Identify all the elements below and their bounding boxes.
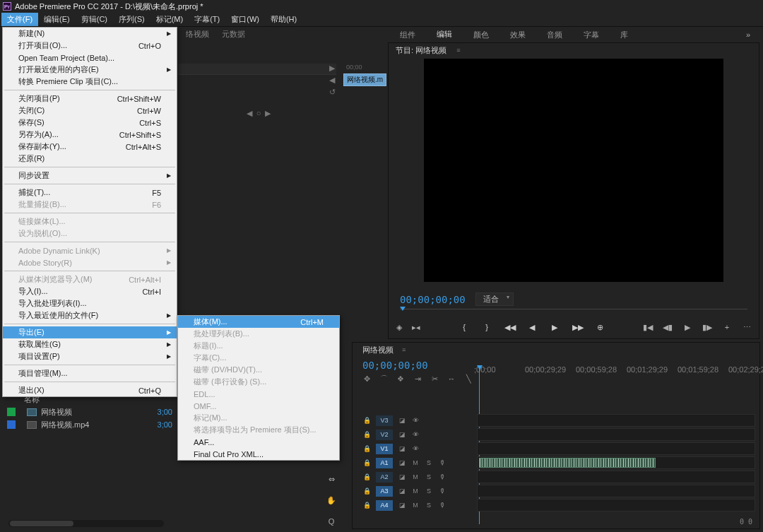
menu-item[interactable]: 导入(I)...Ctrl+I [3,285,177,297]
tl-tool-3-icon[interactable]: ⇥ [413,374,422,384]
transport-5-icon[interactable]: ▶▶ [572,323,582,332]
menu-item[interactable]: 转换 Premiere Clip 项目(C)... [3,76,177,88]
sync-lock-icon[interactable]: ◪ [398,416,406,425]
track-lane[interactable] [477,485,755,497]
eye-icon[interactable]: 👁 [411,430,420,439]
timeline-title[interactable]: 网络视频 [362,343,394,357]
file-menu-dropdown[interactable]: 新建(N)▶打开项目(O)...Ctrl+OOpen Team Project … [2,27,177,397]
tab-metadata[interactable]: 元数据 [222,27,245,42]
next-key-icon[interactable]: ▶ [265,109,271,118]
menu-item[interactable]: 同步设置▶ [3,170,177,182]
menu-item[interactable]: 还原(R) [3,153,177,165]
audio-track[interactable]: 🔒A1◪MS🎙 [362,456,755,470]
track-label[interactable]: A1 [376,458,393,468]
voice-icon[interactable]: 🎙 [438,459,446,467]
menu-item[interactable]: 打开项目(O)...Ctrl+O [3,40,177,52]
track-lane[interactable] [477,456,755,469]
lock-icon[interactable]: 🔒 [362,473,371,481]
workspace-tab[interactable]: 编辑 [427,26,462,44]
timeline-ruler[interactable]: ;00;0000;00;29;2900;00;59;2800;01;29;290… [474,362,755,377]
mute-icon[interactable]: M [411,501,420,509]
transport-4-icon[interactable]: ▶ [550,323,560,332]
menu-item[interactable]: 另存为(A)...Ctrl+Shift+S [3,129,177,141]
menu-1[interactable]: 编辑(E) [38,13,76,26]
transport-right-4-icon[interactable]: + [722,323,732,332]
program-title[interactable]: 节目: 网络视频 [396,43,446,58]
menu-5[interactable]: 字幕(T) [189,13,225,26]
sync-lock-icon[interactable]: ◪ [398,473,406,481]
tool-3-icon[interactable]: ⇔ [326,473,337,485]
menu-item[interactable]: 新建(N)▶ [3,28,177,40]
lock-icon[interactable]: 🔒 [362,444,371,453]
menu-0[interactable]: 文件(F) [1,13,38,26]
menu-item[interactable]: 导出(E)▶ [3,326,177,338]
menu-item[interactable]: 退出(X)Ctrl+Q [3,384,177,396]
lock-icon[interactable]: 🔒 [362,501,371,509]
project-scroll-thumb[interactable] [10,521,73,526]
tl-tool-2-icon[interactable]: ❖ [396,374,405,384]
solo-icon[interactable]: S [425,501,433,509]
transport-left-1-icon[interactable]: ▸◂ [411,323,421,332]
video-track[interactable]: 🔒V1◪👁 [362,442,755,456]
transport-1-icon[interactable]: } [482,323,492,332]
tl-tool-4-icon[interactable]: ✂ [430,374,439,384]
menu-6[interactable]: 窗口(W) [225,13,265,26]
program-timecode[interactable]: 00;00;00;00 [400,294,466,305]
menu-item[interactable]: 项目管理(M)... [3,367,177,379]
sync-lock-icon[interactable]: ◪ [398,501,406,509]
workspace-tab[interactable]: 组件 [390,27,425,43]
voice-icon[interactable]: 🎙 [438,501,446,509]
menu-2[interactable]: 剪辑(C) [76,13,113,26]
nav-loop-icon[interactable]: ↺ [329,88,336,97]
menu-item[interactable]: 保存副本(Y)...Ctrl+Alt+S [3,141,177,153]
menu-item[interactable]: 捕捉(T)...F5 [3,187,177,199]
voice-icon[interactable]: 🎙 [438,473,446,481]
menu-item[interactable]: 导入最近使用的文件(F)▶ [3,309,177,321]
menu-item[interactable]: 获取属性(G)▶ [3,338,177,350]
solo-icon[interactable]: S [425,487,433,495]
zoom-fit-select[interactable]: 适合 [475,292,514,306]
solo-icon[interactable]: S [425,459,433,467]
transport-2-icon[interactable]: ◀◀ [504,323,514,332]
track-label[interactable]: V1 [376,444,393,454]
audio-track[interactable]: 🔒A4◪MS🎙 [362,498,755,512]
menu-4[interactable]: 标记(M) [150,13,189,26]
menu-item[interactable]: Final Cut Pro XML... [178,448,339,460]
audio-clip[interactable] [479,458,656,468]
menu-item[interactable]: 媒体(M)...Ctrl+M [178,316,339,328]
workspace-tab[interactable]: 颜色 [463,27,499,43]
add-key-icon[interactable]: ○ [256,109,261,117]
sync-lock-icon[interactable]: ◪ [398,444,406,453]
project-item[interactable]: 网络视频.mp43;00 [7,418,177,431]
track-label[interactable]: V2 [376,430,393,440]
lock-icon[interactable]: 🔒 [362,487,371,495]
workspace-tab[interactable]: 库 [610,27,638,43]
mute-icon[interactable]: M [411,487,420,495]
menu-item[interactable]: 关闭(C)Ctrl+W [3,105,177,117]
menu-item[interactable]: 项目设置(P)▶ [3,350,177,362]
prev-key-icon[interactable]: ◀ [247,109,252,118]
workspace-more-icon[interactable]: » [733,28,763,42]
menu-item[interactable]: AAF... [178,436,339,448]
video-track[interactable]: 🔒V2◪👁 [362,427,755,442]
lock-icon[interactable]: 🔒 [362,430,371,439]
transport-3-icon[interactable]: ◀ [527,323,537,332]
workspace-tab[interactable]: 效果 [500,27,536,43]
nav-left-icon[interactable]: ◀ [329,76,336,85]
clip-chip[interactable]: 网络视频.m [343,73,386,86]
track-label[interactable]: A4 [376,500,393,511]
transport-6-icon[interactable]: ⊕ [595,323,605,332]
voice-icon[interactable]: 🎙 [438,487,446,495]
timeline-menu-icon[interactable]: ≡ [402,346,406,353]
lock-icon[interactable]: 🔒 [362,459,371,467]
program-video-area[interactable] [424,59,723,282]
track-label[interactable]: V3 [376,415,393,426]
workspace-tab[interactable]: 字幕 [574,27,609,43]
solo-icon[interactable]: S [425,473,433,481]
export-submenu[interactable]: 媒体(M)...Ctrl+M批处理列表(B)...标题(I)...字幕(C)..… [177,315,340,461]
mute-icon[interactable]: M [411,473,420,481]
program-playhead[interactable] [400,307,406,311]
sync-lock-icon[interactable]: ◪ [398,487,406,495]
nav-right-icon[interactable]: ▶ [329,64,336,73]
transport-left-0-icon[interactable]: ◈ [394,323,404,332]
